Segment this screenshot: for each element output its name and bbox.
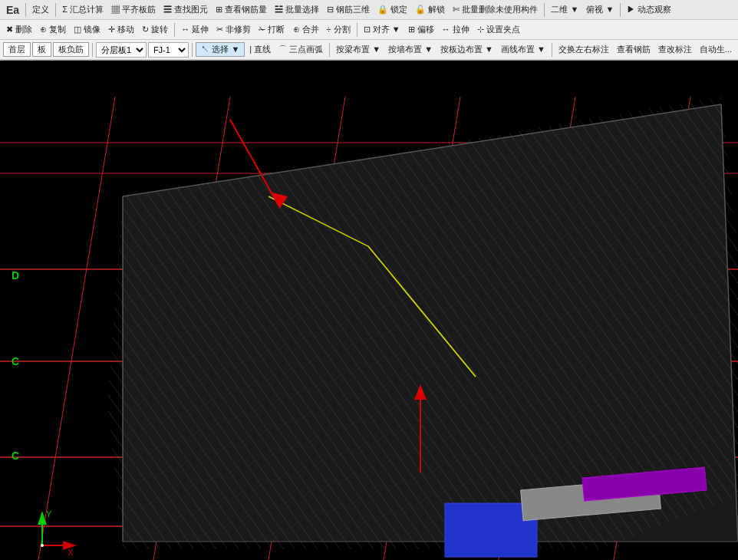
layer-select[interactable]: 分层板1 — [96, 42, 147, 58]
fj-select[interactable]: FJ-1 — [148, 42, 189, 58]
svg-text:C: C — [12, 355, 19, 367]
btn-by-beam[interactable]: 按梁布置 ▼ — [333, 43, 384, 56]
svg-text:Y: Y — [46, 509, 52, 519]
btn-find-element[interactable]: ☰ 查找图元 — [160, 3, 211, 16]
sep10 — [552, 43, 552, 57]
btn-dynamic-view[interactable]: ▶ 动态观察 — [624, 3, 674, 16]
btn-rotate[interactable]: ↻ 旋转 — [139, 23, 171, 36]
btn-flat-rebar[interactable]: ▦ 平齐板筋 — [108, 3, 159, 16]
btn-slab-tab[interactable]: 板 — [32, 42, 51, 57]
sep7 — [92, 43, 93, 57]
btn-arc-tool[interactable]: ⌒ 三点画弧 — [275, 43, 326, 56]
btn-batch-delete[interactable]: ✄ 批量删除未使用构件 — [450, 3, 541, 16]
svg-text:C: C — [12, 450, 19, 462]
btn-mirror[interactable]: ◫ 镜像 — [71, 23, 104, 36]
btn-copy[interactable]: ⊕ 复制 — [37, 23, 69, 36]
toolbar-row2: ✖ 删除 ⊕ 复制 ◫ 镜像 ✛ 移动 ↻ 旋转 ↔ 延伸 ✂ 非修剪 ✁ 打断… — [0, 20, 738, 40]
btn-delete[interactable]: ✖ 删除 — [3, 23, 35, 36]
btn-neg-rebar-tab[interactable]: 板负筋 — [53, 42, 89, 57]
sep1 — [25, 3, 26, 17]
btn-offset[interactable]: ⊞ 偏移 — [405, 23, 437, 36]
btn-line-tool[interactable]: | 直线 — [246, 43, 274, 56]
btn-merge[interactable]: ⊕ 合并 — [290, 23, 322, 36]
btn-by-slab-edge[interactable]: 按板边布置 ▼ — [437, 43, 496, 56]
sep2 — [55, 3, 56, 17]
sep8 — [192, 43, 193, 57]
btn-by-line[interactable]: 画线布置 ▼ — [498, 43, 549, 56]
btn-trim[interactable]: ✂ 非修剪 — [213, 23, 254, 36]
btn-modify-annotation[interactable]: 查改标注 — [655, 43, 695, 56]
toolbar-row3: 首层 板 板负筋 分层板1 FJ-1 ↖ 选择 ▼ | 直线 ⌒ 三点画弧 按梁… — [0, 40, 738, 60]
btn-view-rebar[interactable]: ⊞ 查看钢筋量 — [213, 3, 270, 16]
btn-summary[interactable]: Σ 汇总计算 — [59, 3, 107, 16]
btn-move[interactable]: ✛ 移动 — [105, 23, 137, 36]
sep4 — [620, 3, 621, 17]
sep6 — [357, 23, 357, 37]
btn-2d[interactable]: 二维 ▼ — [548, 3, 582, 16]
btn-break[interactable]: ✁ 打断 — [255, 23, 288, 36]
btn-split[interactable]: ÷ 分割 — [324, 23, 354, 36]
canvas-svg: D C C Y X — [0, 97, 738, 560]
sep9 — [329, 43, 330, 57]
btn-rebar-3d[interactable]: ⊟ 钢筋三维 — [324, 3, 373, 16]
toolbar-row1: Ea 定义 Σ 汇总计算 ▦ 平齐板筋 ☰ 查找图元 ⊞ 查看钢筋量 ☱ 批量选… — [0, 0, 738, 20]
ea-label: Ea — [3, 4, 22, 16]
btn-view-rebar2[interactable]: 查看钢筋 — [614, 43, 654, 56]
canvas-area[interactable]: D C C Y X — [0, 97, 738, 560]
btn-extend[interactable]: ↔ 延伸 — [178, 23, 212, 36]
btn-swap-annotation[interactable]: 交换左右标注 — [555, 43, 612, 56]
sep5 — [174, 23, 175, 37]
btn-unlock[interactable]: 🔓 解锁 — [412, 3, 448, 16]
btn-grip[interactable]: ⊹ 设置夹点 — [474, 23, 523, 36]
svg-point-38 — [41, 544, 44, 547]
btn-define[interactable]: 定义 — [29, 3, 52, 16]
btn-lock[interactable]: 🔒 锁定 — [374, 3, 410, 16]
svg-text:X: X — [68, 548, 74, 557]
btn-by-wall[interactable]: 按墙布置 ▼ — [385, 43, 436, 56]
btn-select-tool[interactable]: ↖ 选择 ▼ — [196, 42, 245, 57]
svg-text:D: D — [12, 269, 19, 282]
btn-batch-select[interactable]: ☱ 批量选择 — [272, 3, 322, 16]
btn-stretch[interactable]: ↔ 拉伸 — [439, 23, 473, 36]
btn-align[interactable]: ⊡ 对齐 ▼ — [361, 23, 404, 36]
sep3 — [544, 3, 545, 17]
btn-top-view[interactable]: 俯视 ▼ — [583, 3, 617, 16]
btn-auto-gen[interactable]: 自动生... — [697, 43, 735, 56]
btn-floor-tab[interactable]: 首层 — [3, 42, 31, 57]
